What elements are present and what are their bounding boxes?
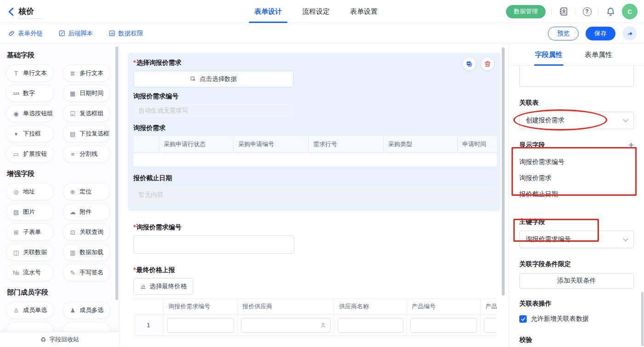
sidebar-item-divider-line[interactable]: ≡分割线 [63, 145, 110, 163]
tab-form-setting[interactable]: 表单设置 [350, 0, 378, 23]
rfq-table-header-row: 采购申请行状态 采购申请编号 需求行号 采购类型 申请时间 [133, 136, 497, 153]
related-table-select[interactable]: 创建报价需求 [519, 112, 634, 129]
final-price-field[interactable]: *最终价格上报 选择最终价格 询报价需求编号 报价供应商 供应商名称 产品编号 … [133, 266, 508, 336]
paperclip-icon [8, 30, 15, 37]
page-title[interactable]: 核价 [18, 6, 34, 17]
basic-fields-grid: T单行文本 ≣多行文本 123数字 ▦日期时间 ◉单选按钮组 ☑复选框组 ▾下拉… [0, 64, 119, 163]
sidebar-item-multi-line-text[interactable]: ≣多行文本 [63, 64, 110, 82]
final-price-row-1: 1 [133, 315, 497, 336]
tab-form-properties[interactable]: 表单属性 [585, 44, 612, 66]
sidebar-scrollbar[interactable] [115, 46, 118, 300]
pencil-signature-icon: ✎ [69, 269, 76, 276]
cell-quote-supplier-input[interactable] [241, 318, 331, 333]
data-load-icon: ▥ [69, 249, 76, 256]
rfq-serial-field[interactable]: *询报价需求编号 [133, 223, 508, 254]
cell-product-code-input[interactable] [410, 318, 477, 333]
form-external-link[interactable]: 表单外链 [8, 29, 43, 38]
rfq-serial-input[interactable] [133, 235, 294, 254]
final-price-header: 供应商名称 [334, 298, 407, 315]
radio-icon: ◉ [12, 110, 20, 117]
dropdown-icon: ▾ [12, 131, 20, 137]
cell-quote-supplier [238, 315, 334, 336]
help-icon[interactable]: ? [581, 6, 592, 17]
panel-scrollbar[interactable] [641, 292, 644, 346]
add-condition-button[interactable]: 添加关联条件 [519, 273, 634, 289]
back-button[interactable] [6, 6, 17, 17]
avatar[interactable]: C [622, 4, 638, 19]
rfq-table-header: 申请时间 [458, 136, 497, 153]
display-field-item[interactable]: 询报价需求编号 [519, 154, 634, 170]
sidebar-item-number[interactable]: 123数字 [6, 85, 54, 102]
trash-icon [484, 60, 491, 68]
sidebar-item-image[interactable]: ▨图片 [6, 203, 54, 221]
sidebar-item-related-data[interactable]: ◫关联数据 [6, 244, 54, 261]
contacts-icon[interactable] [558, 6, 569, 17]
sidebar-item-signature[interactable]: ✎手写签名 [63, 264, 110, 281]
sidebar-item-checkbox-group[interactable]: ☑复选框组 [63, 105, 110, 122]
delete-field-button[interactable] [481, 57, 494, 70]
sidebar-item-address[interactable]: ◎地址 [6, 183, 54, 200]
sidebar-item-radio-group[interactable]: ◉单选按钮组 [6, 105, 54, 122]
copy-field-button[interactable] [463, 57, 476, 70]
sidebar-item-member-multi[interactable]: ♟成员多选 [63, 301, 110, 319]
sidebar-item-attachment[interactable]: ☁附件 [63, 203, 110, 221]
rfq-serial-disabled-input[interactable] [133, 103, 293, 117]
field-action-buttons [463, 57, 494, 70]
sidebar-item-single-line-text[interactable]: T单行文本 [6, 64, 54, 82]
field-recycle-bin[interactable]: ♻ 字段回收站 [0, 332, 120, 347]
display-fields-header: 显示字段 + [519, 141, 634, 149]
cell-product-partial-input[interactable] [484, 318, 497, 333]
sidebar-item-serial-number[interactable]: №流水号 [6, 264, 54, 281]
related-table-label: 关联表 [519, 99, 634, 107]
primary-key-select[interactable]: 询报价需求编号 [519, 231, 634, 248]
quote-deadline-disabled-input[interactable] [133, 186, 493, 203]
tab-flow-setting[interactable]: 流程设定 [302, 0, 330, 23]
tab-form-design[interactable]: 表单设计 [254, 0, 282, 23]
sidebar-item-location[interactable]: ⊕定位 [63, 183, 110, 200]
data-permission-link[interactable]: 数据权限 [109, 29, 143, 38]
share-button[interactable] [622, 26, 637, 40]
divider [552, 8, 552, 15]
field-title-textarea-partial[interactable] [519, 66, 634, 87]
selected-field-block[interactable]: *选择询报价需求 点击选择数据 询报价需求编号 询报价需求 采购申请行状态 采购… [128, 53, 500, 211]
sidebar-item-multi-dropdown[interactable]: ▤下拉复选框 [63, 125, 110, 142]
script-icon [58, 30, 65, 37]
sidebar-item-member-single[interactable]: ♙成员单选 [6, 301, 54, 319]
address-pin-icon: ◎ [12, 188, 20, 195]
cell-supplier-name-input[interactable] [338, 318, 403, 333]
sidebar-item-dropdown[interactable]: ▾下拉框 [6, 125, 54, 142]
preview-button[interactable]: 预览 [548, 27, 579, 40]
sidebar-item-related-query[interactable]: ⊡关联查询 [63, 223, 110, 241]
header-right-cluster: 数据管理 ? C [506, 0, 638, 23]
condition-limit-label: 关联字段条件限定 [519, 260, 634, 268]
backend-script-link[interactable]: 后端脚本 [58, 29, 93, 38]
person-icon [320, 322, 327, 329]
canvas-scrollbar[interactable] [502, 47, 505, 296]
recycle-icon: ♻ [40, 336, 46, 343]
final-price-header-row: 询报价需求编号 报价供应商 供应商名称 产品编号 产品 [133, 298, 497, 315]
cloud-upload-icon: ☁ [69, 209, 76, 216]
validation-label: 校验 [519, 336, 634, 344]
section-title-basic-fields: 基础字段 [7, 51, 119, 60]
select-final-price-button[interactable]: 选择最终价格 [133, 278, 193, 295]
sidebar-item-extend-button[interactable]: ▭扩展按钮 [6, 145, 54, 163]
rfq-table-header-blank [133, 136, 159, 153]
allow-add-related-data-checkbox[interactable]: 允许新增关联表数据 [519, 315, 634, 323]
add-display-field-icon[interactable]: + [628, 141, 634, 149]
bell-icon[interactable] [605, 6, 616, 17]
click-select-data-button[interactable]: 点击选择数据 [133, 71, 293, 87]
field-label-quote-deadline: 报价截止日期 [133, 174, 494, 182]
display-field-item[interactable]: 报价截止日期 [519, 186, 634, 202]
tab-field-properties[interactable]: 字段属性 [535, 44, 563, 66]
data-manage-button[interactable]: 数据管理 [506, 5, 546, 18]
cell-rfq-serial-input[interactable] [167, 318, 234, 333]
divider [598, 8, 599, 15]
display-field-item[interactable]: 询报价需求 [519, 170, 634, 186]
extend-button-icon: ▭ [12, 151, 20, 158]
sidebar-item-subform[interactable]: ⊞子表单 [6, 223, 54, 241]
sidebar-item-datetime[interactable]: ▦日期时间 [63, 85, 110, 102]
form-canvas: *选择询报价需求 点击选择数据 询报价需求编号 询报价需求 采购申请行状态 采购… [120, 44, 508, 347]
sidebar-item-data-load[interactable]: ▥数据加载 [63, 244, 110, 261]
save-button[interactable]: 保存 [586, 27, 615, 40]
title-edit-underline [18, 18, 42, 19]
